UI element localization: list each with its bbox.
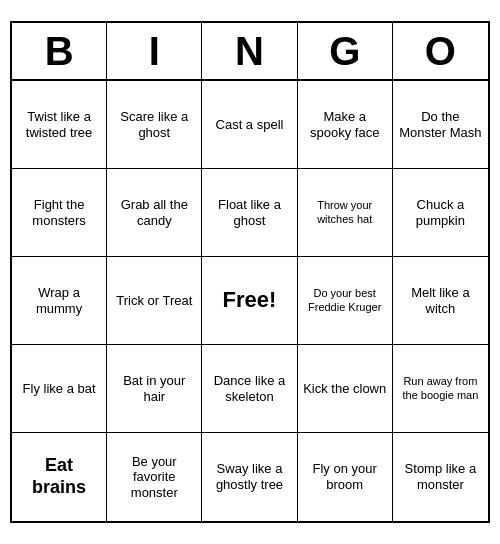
- bingo-cell-14: Melt like a witch: [393, 257, 488, 345]
- bingo-letter-g: G: [298, 23, 393, 79]
- bingo-cell-6: Grab all the candy: [107, 169, 202, 257]
- bingo-letter-b: B: [12, 23, 107, 79]
- bingo-cell-9: Chuck a pumpkin: [393, 169, 488, 257]
- bingo-cell-24: Stomp like a monster: [393, 433, 488, 521]
- bingo-cell-5: Fight the monsters: [12, 169, 107, 257]
- bingo-cell-23: Fly on your broom: [298, 433, 393, 521]
- bingo-cell-1: Scare like a ghost: [107, 81, 202, 169]
- bingo-cell-22: Sway like a ghostly tree: [202, 433, 297, 521]
- bingo-header: BINGO: [12, 23, 488, 81]
- bingo-letter-o: O: [393, 23, 488, 79]
- bingo-cell-3: Make a spooky face: [298, 81, 393, 169]
- bingo-cell-21: Be your favorite monster: [107, 433, 202, 521]
- bingo-grid: Twist like a twisted treeScare like a gh…: [12, 81, 488, 521]
- bingo-cell-16: Bat in your hair: [107, 345, 202, 433]
- bingo-cell-8: Throw your witches hat: [298, 169, 393, 257]
- bingo-cell-18: Kick the clown: [298, 345, 393, 433]
- bingo-cell-12: Free!: [202, 257, 297, 345]
- bingo-letter-n: N: [202, 23, 297, 79]
- bingo-cell-19: Run away from the boogie man: [393, 345, 488, 433]
- bingo-cell-20: Eat brains: [12, 433, 107, 521]
- bingo-letter-i: I: [107, 23, 202, 79]
- bingo-cell-0: Twist like a twisted tree: [12, 81, 107, 169]
- bingo-cell-13: Do your best Freddie Kruger: [298, 257, 393, 345]
- bingo-cell-7: Float like a ghost: [202, 169, 297, 257]
- bingo-cell-11: Trick or Treat: [107, 257, 202, 345]
- bingo-cell-15: Fly like a bat: [12, 345, 107, 433]
- bingo-card: BINGO Twist like a twisted treeScare lik…: [10, 21, 490, 523]
- bingo-cell-17: Dance like a skeleton: [202, 345, 297, 433]
- bingo-cell-2: Cast a spell: [202, 81, 297, 169]
- bingo-cell-4: Do the Monster Mash: [393, 81, 488, 169]
- bingo-cell-10: Wrap a mummy: [12, 257, 107, 345]
